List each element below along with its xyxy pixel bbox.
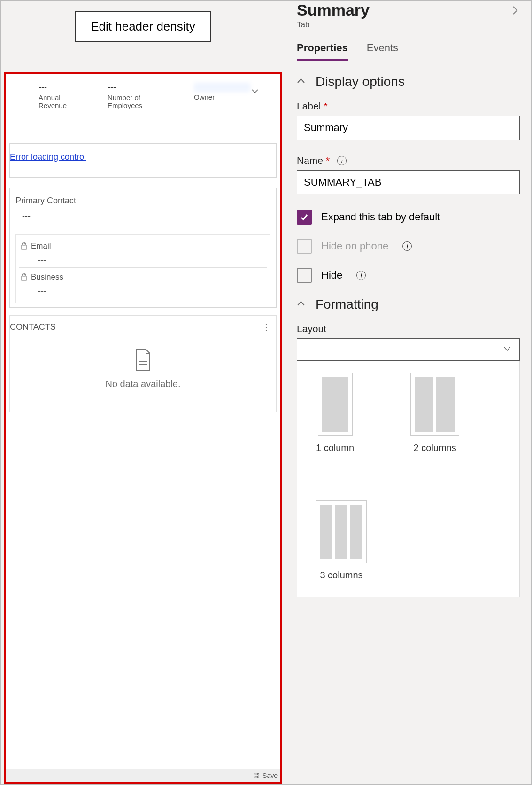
hide-checkbox[interactable] xyxy=(297,268,312,283)
header-value: --- xyxy=(108,83,177,93)
expand-default-label: Expand this tab by default xyxy=(321,211,440,223)
primary-contact-value[interactable]: --- xyxy=(22,211,270,221)
hide-on-phone-checkbox xyxy=(297,239,312,254)
header-label: Annual Revenue xyxy=(39,93,90,109)
field-label: Email xyxy=(31,241,51,251)
save-icon xyxy=(253,772,260,779)
primary-contact-label: Primary Contact xyxy=(15,196,270,206)
tab-events[interactable]: Events xyxy=(367,42,398,61)
chevron-down-icon xyxy=(502,345,512,354)
collapse-display-options-icon[interactable] xyxy=(297,78,305,86)
save-label[interactable]: Save xyxy=(262,772,278,779)
collapse-formatting-icon[interactable] xyxy=(297,300,305,309)
contacts-section: CONTACTS ⋮ No data available. xyxy=(9,315,277,412)
header-value: --- xyxy=(39,83,90,93)
control-error-section: Error loading control xyxy=(9,143,277,178)
document-icon xyxy=(134,349,153,371)
form-preview: --- Annual Revenue --- Number of Employe… xyxy=(4,72,282,784)
hide-label: Hide xyxy=(321,269,342,281)
label-input[interactable] xyxy=(297,116,520,140)
preview-status-bar: Save xyxy=(6,769,280,782)
layout-option-label: 3 columns xyxy=(320,570,362,581)
info-icon[interactable]: i xyxy=(356,271,366,280)
layout-options-dropdown: 1 column 2 columns 3 columns xyxy=(297,361,520,597)
info-icon[interactable]: i xyxy=(402,241,412,251)
layout-option-2-columns[interactable]: 2 columns xyxy=(410,373,459,453)
field-value: --- xyxy=(38,287,267,296)
layout-option-3-columns[interactable]: 3 columns xyxy=(316,500,367,581)
panel-title: Summary xyxy=(297,1,370,19)
header-field-annual-revenue[interactable]: --- Annual Revenue xyxy=(6,83,99,109)
error-loading-link[interactable]: Error loading control xyxy=(10,152,270,162)
tab-properties[interactable]: Properties xyxy=(297,42,348,61)
field-value: --- xyxy=(38,256,267,265)
layout-select[interactable] xyxy=(297,338,520,361)
owner-value-blurred xyxy=(194,83,250,92)
layout-option-label: 1 column xyxy=(316,443,354,453)
edit-header-density-button[interactable]: Edit header density xyxy=(75,11,211,42)
label-label: Label* xyxy=(297,101,520,112)
expand-default-checkbox[interactable] xyxy=(297,210,312,225)
chevron-down-icon[interactable] xyxy=(250,86,260,98)
layout-option-1-column[interactable]: 1 column xyxy=(316,373,354,453)
header-label: Owner xyxy=(194,93,250,101)
layout-label: Layout xyxy=(297,323,520,334)
more-actions-icon[interactable]: ⋮ xyxy=(262,321,271,333)
info-icon[interactable]: i xyxy=(337,156,347,165)
field-business[interactable]: Business --- xyxy=(19,268,267,298)
form-header: --- Annual Revenue --- Number of Employe… xyxy=(6,74,280,115)
lock-icon xyxy=(21,273,27,281)
layout-option-label: 2 columns xyxy=(414,443,456,453)
field-label: Business xyxy=(31,272,63,282)
primary-contact-card: Primary Contact --- Email --- Business xyxy=(9,188,277,308)
group-formatting: Formatting xyxy=(316,297,378,312)
contacts-title: CONTACTS xyxy=(10,322,56,332)
panel-subtitle: Tab xyxy=(297,20,370,30)
lock-icon xyxy=(21,242,27,250)
chevron-right-icon[interactable] xyxy=(510,4,520,20)
name-input[interactable] xyxy=(297,170,520,194)
group-display-options: Display options xyxy=(316,74,405,89)
header-field-owner[interactable]: Owner xyxy=(185,83,273,101)
header-field-num-employees[interactable]: --- Number of Employees xyxy=(99,83,185,109)
header-label: Number of Employees xyxy=(108,93,177,109)
name-label: Name* i xyxy=(297,155,520,166)
field-email[interactable]: Email --- xyxy=(19,237,267,268)
hide-on-phone-label: Hide on phone xyxy=(321,240,388,252)
no-data-text: No data available. xyxy=(105,379,180,389)
